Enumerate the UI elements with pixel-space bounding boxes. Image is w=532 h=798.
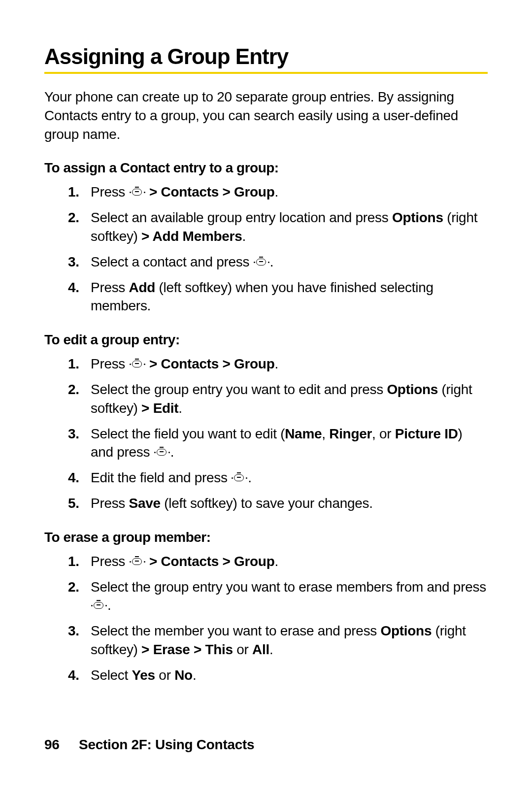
section-label: Section 2F: Using Contacts [79,737,254,752]
ok-key-icon [253,257,270,268]
text-bold: > Add Members [141,229,242,244]
text: or [233,642,252,657]
text-bold: Options [387,382,438,397]
text: Select the member you want to erase and … [91,623,381,638]
text: Select an available group entry location… [91,210,392,225]
page-number: 96 [44,737,79,753]
steps-assign: Press > Contacts > Group. Select an avai… [44,183,488,315]
list-item: Press Add (left softkey) when you have f… [91,278,488,316]
text-bold: Options [392,210,443,225]
list-item: Press > Contacts > Group. [91,183,488,201]
list-item: Select the group entry you want to erase… [91,578,488,615]
text: Select the group entry you want to edit … [91,382,387,397]
nav-path: > Contacts > Group [149,184,274,200]
text-bold: > Erase > This [141,642,233,657]
manual-page: Assigning a Group Entry Your phone can c… [0,0,532,798]
ok-key-icon [129,359,146,370]
text: Select the group entry you want to erase… [91,579,486,595]
ok-key-icon [154,447,170,458]
text: , [322,426,329,441]
list-item: Select an available group entry location… [91,208,488,246]
text: Press [91,356,129,371]
subhead-erase: To erase a group member: [44,530,488,545]
text: Press [91,554,129,569]
list-item: Select Yes or No. [91,666,488,685]
list-item: Select a contact and press . [91,253,488,271]
list-item: Press > Contacts > Group. [91,355,488,373]
list-item: Press > Contacts > Group. [91,552,488,571]
list-item: Edit the field and press . [91,468,488,487]
text: Press [91,496,129,511]
nav-path: > Contacts > Group [149,356,274,371]
text-bold: Name [285,426,322,441]
ok-key-icon [231,473,248,484]
text-bold: Add [129,280,156,295]
text-bold: Picture ID [395,426,458,441]
intro-paragraph: Your phone can create up to 20 separate … [44,88,488,143]
text: Select the field you want to edit ( [91,426,285,441]
text-bold: Ringer [329,426,372,441]
steps-edit: Press > Contacts > Group. Select the gro… [44,355,488,513]
text-bold: All [252,642,269,657]
text-bold: > Edit [141,400,178,416]
text: Press [91,280,129,295]
nav-path: > Contacts > Group [149,554,274,569]
list-item: Press Save (left softkey) to save your c… [91,494,488,513]
ok-key-icon [129,557,146,567]
text-bold: No [174,667,193,683]
page-title: Assigning a Group Entry [44,44,488,74]
text-bold: Save [129,496,161,511]
text: or [155,667,174,683]
text: Edit the field and press [91,470,231,485]
ok-key-icon [91,600,107,611]
text-bold: Yes [132,667,155,683]
text: Press [91,184,129,200]
list-item: Select the member you want to erase and … [91,622,488,659]
text: Select a contact and press [91,254,253,269]
text: Select [91,667,132,683]
list-item: Select the field you want to edit (Name,… [91,425,488,462]
text: (left softkey) to save your changes. [161,496,373,511]
steps-erase: Press > Contacts > Group. Select the gro… [44,552,488,685]
page-footer: 96Section 2F: Using Contacts [44,737,254,753]
text-bold: Options [381,623,432,638]
text: , or [372,426,395,441]
ok-key-icon [129,187,146,198]
list-item: Select the group entry you want to edit … [91,380,488,418]
subhead-edit: To edit a group entry: [44,332,488,348]
subhead-assign: To assign a Contact entry to a group: [44,160,488,176]
